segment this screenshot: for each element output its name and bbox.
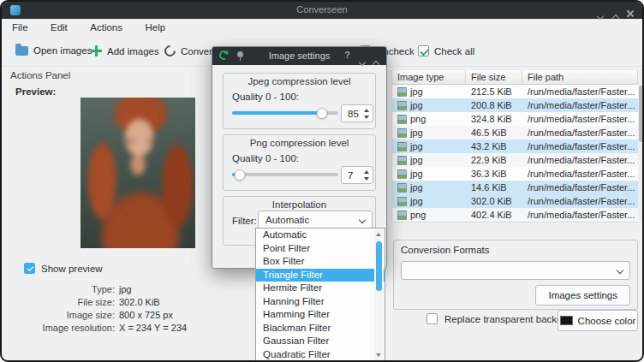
info-value: 800 x 725 px: [119, 309, 173, 322]
spin-up-icon[interactable]: [364, 109, 369, 112]
info-value: 302.0 KiB: [119, 296, 160, 309]
info-value: X = 234 Y = 234: [119, 322, 187, 335]
filter-option[interactable]: Point Filter: [256, 242, 385, 256]
table-row[interactable]: jpg 302.0 KiB /run/media/faster/Faster..…: [392, 194, 638, 208]
png-quality-value: 7: [348, 170, 353, 181]
close-icon: [625, 9, 634, 18]
color-swatch: [560, 316, 573, 325]
filter-option[interactable]: Box Filter: [256, 255, 385, 269]
images-settings-button[interactable]: Images settings: [535, 285, 630, 306]
file-size-cell: 212.5 KiB: [466, 85, 522, 98]
conversion-formats-group: Conversion Formats Images settings: [393, 240, 638, 310]
image-type-cell: png: [392, 208, 466, 222]
file-size-cell: 46.5 KiB: [466, 126, 522, 139]
column-header-file-size[interactable]: File size: [466, 70, 522, 84]
jpeg-quality-slider[interactable]: [232, 107, 338, 119]
image-type-cell: jpg: [392, 139, 466, 153]
file-size-cell: 43.2 KiB: [466, 139, 522, 153]
filter-select[interactable]: Automatic: [258, 211, 373, 229]
filter-option[interactable]: Automatic: [256, 228, 385, 242]
table-row[interactable]: png 402.4 KiB /run/media/faster/Faster..…: [392, 208, 638, 222]
table-scrollbar-thumb[interactable]: [639, 86, 644, 142]
plus-icon: [91, 45, 102, 56]
preview-label: Preview:: [15, 86, 56, 97]
filter-dropdown-popup: Automatic Point Filter Box Filter Triang…: [255, 228, 385, 362]
jpeg-compression-group: Jpeg compression level Quality 0 - 100: …: [223, 73, 376, 129]
table-row[interactable]: png 324.8 KiB /run/media/faster/Faster..…: [392, 112, 638, 126]
menu-file[interactable]: File: [3, 19, 37, 36]
app-window: Converseen File Edit Actions Help Open i…: [0, 0, 644, 362]
add-images-button[interactable]: Add images: [84, 41, 166, 61]
jpeg-quality-spinbox[interactable]: 85: [341, 104, 373, 122]
scroll-up-icon[interactable]: [376, 233, 381, 236]
image-thumbnail-icon: [397, 197, 407, 206]
image-thumbnail-icon: [397, 156, 407, 165]
choose-color-button[interactable]: Choose color: [558, 310, 638, 331]
convert-label: Convert: [181, 46, 215, 56]
filter-option[interactable]: Triangle Filter: [256, 269, 385, 282]
file-path-cell: /run/media/faster/Faster...: [522, 85, 638, 98]
menu-help[interactable]: Help: [136, 19, 174, 36]
image-type-cell: jpg: [392, 153, 466, 167]
image-type-cell: jpg: [392, 181, 466, 194]
column-header-image-type[interactable]: Image type: [392, 70, 466, 84]
spin-up-icon[interactable]: [364, 170, 369, 174]
check-all-icon: [418, 45, 429, 56]
filter-option[interactable]: Hamming Filter: [256, 308, 385, 322]
format-select[interactable]: [401, 261, 630, 280]
spin-down-icon[interactable]: [364, 177, 369, 181]
popup-scrollbar-thumb[interactable]: [376, 241, 382, 291]
file-path-cell: /run/media/faster/Faster...: [522, 194, 638, 208]
png-quality-slider[interactable]: [232, 169, 338, 181]
file-size-cell: 302.0 KiB: [466, 194, 522, 208]
image-type-cell: jpg: [392, 194, 466, 208]
filter-option[interactable]: Gaussian Filter: [256, 335, 385, 348]
filter-option[interactable]: Hermite Filter: [256, 282, 385, 295]
scroll-down-icon[interactable]: [376, 353, 381, 357]
filter-option[interactable]: Quadratic Filter: [256, 348, 385, 362]
interpolation-group-title: Interpolation: [224, 199, 375, 210]
filter-option[interactable]: Blackman Filter: [256, 322, 385, 335]
image-thumbnail-icon: [397, 115, 407, 124]
file-path-cell: /run/media/faster/Faster...: [522, 153, 638, 167]
dialog-titlebar[interactable]: Image settings ?: [212, 47, 386, 65]
info-label: Type:: [2, 283, 115, 296]
table-row[interactable]: jpg 22.9 KiB /run/media/faster/Faster...: [392, 153, 638, 167]
chevron-down-icon: [359, 217, 366, 223]
table-row[interactable]: jpg 200.8 KiB /run/media/faster/Faster..…: [392, 98, 638, 112]
jpeg-quality-label: Quality 0 - 100:: [232, 92, 299, 102]
table-scrollbar[interactable]: [638, 70, 644, 222]
chevron-up-icon: [373, 61, 379, 68]
menubar: File Edit Actions Help: [2, 19, 642, 38]
slider-handle[interactable]: [234, 169, 245, 181]
image-thumbnail-icon: [397, 183, 407, 193]
table-row[interactable]: jpg 212.5 KiB /run/media/faster/Faster..…: [392, 85, 638, 98]
filter-option[interactable]: Hanning Filter: [256, 295, 385, 309]
table-row[interactable]: jpg 36.3 KiB /run/media/faster/Faster...: [392, 167, 638, 181]
table-row[interactable]: jpg 46.5 KiB /run/media/faster/Faster...: [392, 126, 638, 139]
file-path-cell: /run/media/faster/Faster...: [522, 167, 638, 181]
file-table: Image type File size File path jpg 212.5…: [391, 70, 638, 223]
png-quality-label: Quality 0 - 100:: [232, 153, 299, 163]
show-preview-checkbox[interactable]: Show preview: [24, 263, 103, 274]
choose-color-label: Choose color: [578, 316, 636, 326]
dock-button[interactable]: [373, 55, 379, 70]
spin-down-icon[interactable]: [364, 116, 369, 119]
checkbox-unchecked-icon: [426, 313, 438, 324]
menu-actions[interactable]: Actions: [81, 19, 131, 36]
help-button[interactable]: ?: [344, 50, 350, 60]
jpeg-quality-value: 85: [348, 109, 359, 119]
table-row[interactable]: jpg 43.2 KiB /run/media/faster/Faster...: [392, 139, 638, 153]
check-all-button[interactable]: Check all: [411, 41, 481, 61]
popup-scrollbar[interactable]: [374, 229, 384, 360]
add-images-label: Add images: [107, 46, 159, 56]
png-quality-spinbox[interactable]: 7: [341, 166, 373, 184]
titlebar[interactable]: Converseen: [2, 2, 642, 19]
column-header-file-path[interactable]: File path: [522, 70, 638, 84]
menu-edit[interactable]: Edit: [42, 19, 76, 36]
float-button[interactable]: [360, 53, 365, 68]
table-row[interactable]: jpg 14.6 KiB /run/media/faster/Faster...: [392, 181, 638, 194]
slider-handle[interactable]: [317, 108, 328, 119]
table-body: jpg 212.5 KiB /run/media/faster/Faster..…: [392, 85, 638, 222]
jpeg-group-title: Jpeg compression level: [224, 76, 375, 86]
